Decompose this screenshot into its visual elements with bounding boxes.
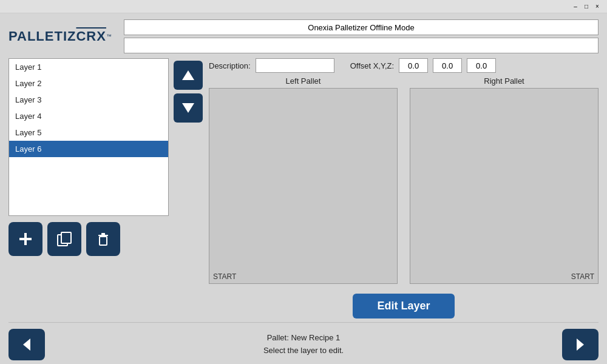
right-pallet-label: Right Pallet — [484, 76, 524, 86]
offset-label: Offset X,Y,Z: — [350, 61, 395, 70]
move-up-button[interactable] — [174, 61, 203, 90]
list-item[interactable]: Layer 2 — [9, 75, 168, 92]
delete-layer-button[interactable] — [86, 222, 120, 256]
nav-info-line1: Pallet: New Recipe 1 — [51, 332, 556, 345]
right-pallet-container: Right Pallet START — [410, 76, 599, 284]
svg-marker-13 — [577, 339, 584, 351]
left-pallet-container: Left Pallet START — [209, 76, 398, 284]
offset-z-input[interactable] — [467, 58, 496, 73]
list-arrows — [174, 58, 203, 216]
edit-layer-row: Edit Layer — [209, 288, 599, 322]
action-buttons — [8, 220, 203, 256]
left-pallet-label: Left Pallet — [286, 76, 321, 86]
title-bar: – □ × — [0, 0, 607, 13]
svg-marker-12 — [23, 339, 30, 351]
nav-row: Pallet: New Recipe 1 Select the layer to… — [8, 325, 599, 364]
subtitle-field — [124, 38, 599, 53]
left-pallet-start: START — [213, 272, 236, 281]
minimize-button[interactable]: – — [571, 2, 580, 12]
logo-text: PALLETIZ — [8, 29, 76, 44]
svg-marker-0 — [182, 70, 194, 80]
add-layer-button[interactable] — [8, 222, 42, 256]
window-close-button[interactable]: × — [592, 2, 602, 12]
svg-marker-1 — [182, 103, 194, 113]
maximize-button[interactable]: □ — [582, 2, 591, 12]
list-item[interactable]: Layer 5 — [9, 124, 168, 141]
list-item[interactable]: Layer 6 — [9, 141, 168, 157]
list-item[interactable]: Layer 4 — [9, 108, 168, 124]
left-panel: Layer 1Layer 2Layer 3Layer 4Layer 5Layer… — [8, 58, 203, 322]
offset-x-input[interactable] — [399, 58, 428, 73]
svg-rect-7 — [98, 235, 108, 236]
nav-info: Pallet: New Recipe 1 Select the layer to… — [51, 332, 556, 357]
layer-list: Layer 1Layer 2Layer 3Layer 4Layer 5Layer… — [8, 58, 169, 216]
edit-layer-button[interactable]: Edit Layer — [353, 294, 454, 318]
left-pallet-area: START — [209, 88, 398, 284]
list-item[interactable]: Layer 1 — [9, 59, 168, 75]
description-input[interactable] — [256, 58, 334, 73]
right-panel: Description: Offset X,Y,Z: Left Pallet S… — [209, 58, 599, 322]
list-item[interactable]: Layer 3 — [9, 92, 168, 108]
right-pallet-start: START — [571, 272, 594, 281]
pallets-row: Left Pallet START Right Pallet START — [209, 76, 599, 284]
svg-rect-3 — [19, 238, 32, 240]
move-down-button[interactable] — [174, 93, 203, 123]
svg-rect-5 — [61, 232, 71, 243]
main-content: PALLETIZ CRX ™ Layer 1Layer 2Layer 3Laye… — [0, 13, 607, 364]
layer-list-row: Layer 1Layer 2Layer 3Layer 4Layer 5Layer… — [8, 58, 203, 216]
offset-y-input[interactable] — [433, 58, 462, 73]
logo-crx: CRX — [76, 29, 106, 44]
back-button[interactable] — [8, 329, 45, 360]
app-title-field — [124, 19, 599, 35]
header-row: PALLETIZ CRX ™ — [8, 19, 599, 53]
content-row: Layer 1Layer 2Layer 3Layer 4Layer 5Layer… — [8, 58, 599, 322]
right-pallet-area: START — [410, 88, 599, 284]
copy-layer-button[interactable] — [47, 222, 81, 256]
nav-info-line2: Select the layer to edit. — [51, 345, 556, 357]
svg-rect-8 — [101, 233, 105, 235]
forward-button[interactable] — [562, 329, 599, 360]
description-row: Description: Offset X,Y,Z: — [209, 58, 599, 73]
logo-tm: ™ — [106, 33, 112, 39]
description-label: Description: — [209, 61, 251, 70]
title-input-group — [124, 19, 599, 53]
logo: PALLETIZ CRX ™ — [8, 29, 112, 44]
